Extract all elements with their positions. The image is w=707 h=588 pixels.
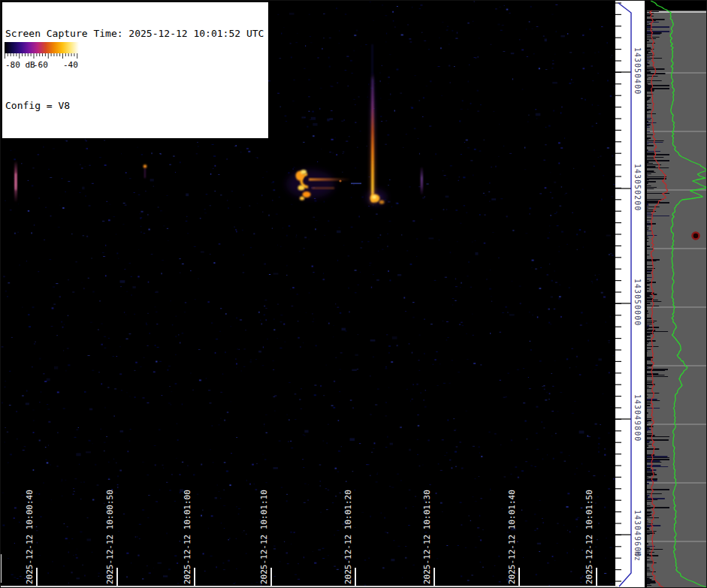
colorbar-label-min: -80 dB <box>5 60 35 70</box>
frequency-tick-label: 143049600 <box>633 510 642 557</box>
time-label: 2025-12-12 10:00:50 <box>105 490 115 584</box>
time-label: 2025-12-12 10:00:40 <box>25 490 35 584</box>
time-label: 2025-12-12 10:01:50 <box>585 490 594 584</box>
colorbar-label-mid: -60 <box>33 60 48 70</box>
time-tick <box>434 568 435 586</box>
frequency-tick-label: 143049800 <box>633 394 642 442</box>
time-label: 2025-12-12 10:01:40 <box>507 490 517 584</box>
time-tick <box>596 568 597 586</box>
time-label: 2025-12-12 10:01:10 <box>259 490 269 584</box>
time-tick <box>194 568 195 586</box>
frequency-tick-label: 143050000 <box>633 279 642 326</box>
bottom-border-line <box>1 586 618 587</box>
frequency-axis: 1430504001430502001430500001430498001430… <box>615 1 645 588</box>
time-label: 2025-12-12 10:01:30 <box>422 490 432 584</box>
colorbar-ruler <box>5 53 79 60</box>
frequency-tick-label: 143050200 <box>633 164 642 211</box>
time-tick <box>355 568 356 586</box>
config-text: Config = V8 <box>5 100 264 112</box>
spectrum-marker-dot <box>693 233 699 240</box>
colorbar: -80 dB -60 -40 <box>3 41 84 74</box>
frequency-unit-label: Hz <box>633 551 642 562</box>
spectrum-panel <box>645 1 707 588</box>
time-tick <box>116 568 118 586</box>
time-tick <box>1 554 2 583</box>
time-tick <box>518 568 520 586</box>
time-label: 2025-12-12 10:01:20 <box>343 490 353 584</box>
time-tick <box>270 568 272 586</box>
time-tick <box>36 568 38 586</box>
spectrogram-waterfall: Screen Capture Time: 2025-12-12 10:01:52… <box>1 1 615 588</box>
colorbar-gradient <box>5 42 79 53</box>
frequency-tick-label: 143050400 <box>633 47 642 95</box>
spectrum-plot <box>647 1 707 588</box>
screen-capture-window: Screen Capture Time: 2025-12-12 10:01:52… <box>0 0 707 588</box>
colorbar-label-max: -40 <box>63 60 78 70</box>
time-label: 2025-12-12 10:01:00 <box>183 490 192 584</box>
capture-time-text: Screen Capture Time: 2025-12-12 10:01:52… <box>5 28 264 40</box>
